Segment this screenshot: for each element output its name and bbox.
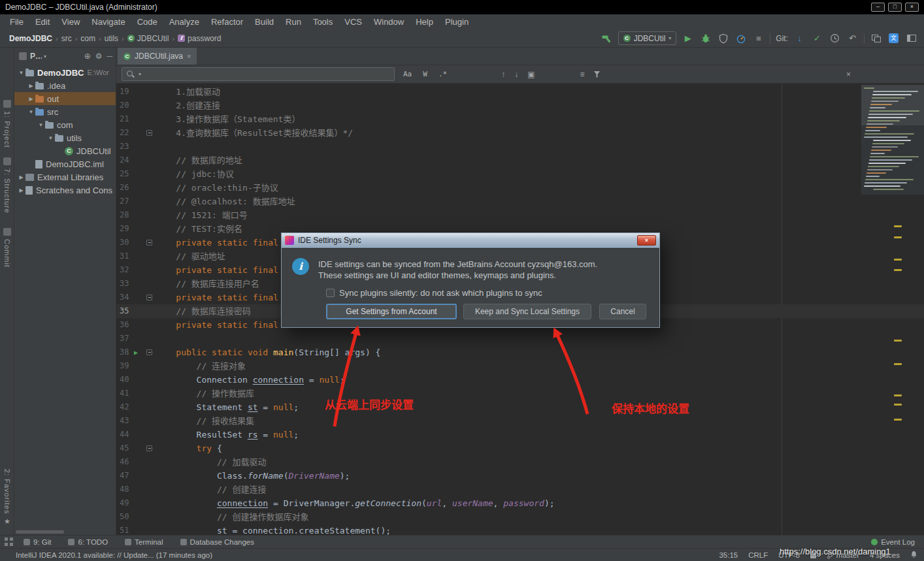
build-hammer-icon[interactable]	[601, 32, 613, 44]
notifications-bell-icon[interactable]	[910, 551, 917, 560]
cancel-button[interactable]: Cancel	[599, 304, 646, 319]
minimap-viewport[interactable]	[861, 85, 924, 125]
code-line-42[interactable]: 42 Statement st = null;	[116, 400, 924, 414]
code-line-41[interactable]: 41 // 操作数据库	[116, 387, 924, 400]
tool-window-button-terminal[interactable]: Terminal	[125, 538, 163, 546]
menu-item-build[interactable]: Build	[249, 14, 280, 29]
tool-stripe-button-1-project[interactable]: 1: Project	[0, 100, 14, 148]
tool-stripe-button-7-structure[interactable]: 7: Structure	[0, 157, 14, 214]
tree-toggle-icon[interactable]: ▼	[37, 122, 45, 128]
tool-window-button-database-changes[interactable]: Database Changes	[180, 538, 254, 546]
tree-toggle-icon[interactable]: ▼	[27, 109, 35, 115]
breadcrumb-item-demojdbc[interactable]: DemoJDBC	[9, 34, 52, 43]
dialog-close-button[interactable]	[637, 235, 656, 246]
filter-lines-icon[interactable]	[580, 70, 584, 79]
code-line-44[interactable]: 44 ResultSet rs = null;	[116, 428, 924, 441]
chevron-down-icon[interactable]	[44, 54, 46, 59]
code-line-27[interactable]: 27 // @localhost: 数据库地址	[116, 195, 924, 208]
menu-item-plugin[interactable]: Plugin	[439, 14, 474, 29]
tool-window-switcher-icon[interactable]	[5, 537, 13, 546]
tree-item-demojdbc[interactable]: ▼DemoJDBCE:\Wor	[14, 66, 116, 79]
search-history-icon[interactable]	[139, 71, 141, 77]
dialog-title-bar[interactable]: IDE Settings Sync	[282, 233, 659, 248]
tree-item-jdbcutil[interactable]: JDBCUtil	[14, 144, 116, 157]
coverage-shield-icon[interactable]	[717, 32, 729, 44]
code-line-43[interactable]: 43 // 接收结果集	[116, 414, 924, 428]
hide-panel-icon[interactable]	[107, 52, 112, 61]
menu-item-navigate[interactable]: Navigate	[86, 14, 131, 29]
code-line-40[interactable]: 40 Connection connection = null;	[116, 373, 924, 387]
fold-marker-icon[interactable]	[146, 349, 152, 355]
select-all-occurrences-icon[interactable]	[527, 70, 535, 79]
tree-toggle-icon[interactable]: ▶	[17, 187, 25, 193]
code-line-39[interactable]: 39 // 连接对象	[116, 359, 924, 373]
menu-item-code[interactable]: Code	[131, 14, 163, 29]
close-tab-icon[interactable]	[187, 52, 191, 60]
run-line-icon[interactable]	[134, 345, 138, 359]
get-settings-from-account-button[interactable]: Get Settings from Account	[326, 304, 457, 319]
previous-occurrence-icon[interactable]	[501, 70, 505, 79]
code-line-38[interactable]: 38 public static void main(String[] args…	[116, 345, 924, 359]
menu-item-window[interactable]: Window	[368, 14, 410, 29]
fold-marker-icon[interactable]	[146, 295, 152, 300]
sync-plugins-checkbox[interactable]	[326, 289, 335, 297]
code-line-22[interactable]: 22 4.查询数据库（ResultSet类接收结果集）*/	[116, 126, 924, 140]
run-configuration-selector[interactable]: JDBCUtil	[618, 31, 677, 45]
compare-icon[interactable]	[870, 32, 882, 44]
tree-toggle-icon[interactable]: ▶	[17, 174, 25, 180]
update-project-button[interactable]	[793, 32, 806, 44]
commit-button[interactable]	[811, 32, 823, 44]
tool-stripe-button-2-favorites[interactable]: 2: Favorites	[0, 469, 14, 526]
fold-marker-icon[interactable]	[146, 240, 152, 246]
menu-item-help[interactable]: Help	[410, 14, 439, 29]
next-occurrence-icon[interactable]	[514, 70, 518, 79]
settings-gear-icon[interactable]	[95, 52, 103, 61]
stop-button[interactable]	[752, 32, 765, 44]
event-log-button[interactable]: Event Log	[871, 538, 915, 546]
tree-toggle-icon[interactable]: ▼	[46, 135, 55, 141]
caret-position[interactable]: 35:15	[719, 551, 738, 559]
breadcrumb-item-com[interactable]: com	[80, 34, 95, 43]
project-panel-title[interactable]: Project	[30, 52, 42, 61]
code-line-23[interactable]: 23	[116, 140, 924, 153]
search-input[interactable]	[122, 67, 395, 81]
debug-bug-icon[interactable]	[699, 32, 712, 44]
run-button[interactable]	[682, 32, 694, 44]
menu-item-run[interactable]: Run	[280, 14, 307, 29]
code-line-19[interactable]: 19 1.加载驱动	[116, 85, 924, 99]
code-line-24[interactable]: 24 // 数据库的地址	[116, 153, 924, 167]
code-line-20[interactable]: 20 2.创建连接	[116, 99, 924, 112]
breadcrumb-item-utils[interactable]: utils	[105, 34, 118, 43]
status-message[interactable]: IntelliJ IDEA 2020.1 available: // Updat…	[16, 551, 212, 559]
tree-item-out[interactable]: ▶out	[14, 92, 116, 105]
tree-toggle-icon[interactable]: ▶	[27, 96, 35, 102]
code-line-37[interactable]: 37	[116, 332, 924, 345]
tree-item-utils[interactable]: ▼utils	[14, 131, 116, 144]
tree-item-scratches-and-cons[interactable]: ▶Scratches and Cons	[14, 184, 116, 197]
close-find-bar-icon[interactable]	[846, 70, 851, 79]
code-line-47[interactable]: 47 Class.forName(DriverName);	[116, 469, 924, 483]
words-toggle[interactable]: W	[420, 69, 430, 80]
keep-and-sync-local-settings-button[interactable]: Keep and Sync Local Settings	[463, 304, 591, 319]
code-line-51[interactable]: 51 st = connection.createStatement();	[116, 524, 924, 535]
code-line-48[interactable]: 48 // 创建连接	[116, 483, 924, 496]
rollback-button[interactable]	[846, 32, 859, 44]
minimize-button[interactable]	[871, 3, 885, 12]
code-line-50[interactable]: 50 // 创建操作数据库对象	[116, 510, 924, 524]
menu-item-vcs[interactable]: VCS	[338, 14, 368, 29]
code-line-45[interactable]: 45 try {	[116, 441, 924, 455]
regex-toggle[interactable]: .*	[436, 69, 450, 80]
close-button[interactable]	[905, 3, 919, 12]
menu-item-edit[interactable]: Edit	[29, 14, 56, 29]
filter-icon[interactable]	[593, 71, 600, 78]
maximize-button[interactable]	[888, 3, 902, 12]
code-line-28[interactable]: 28 // 1521: 端口号	[116, 208, 924, 222]
match-case-toggle[interactable]: Aa	[401, 69, 414, 80]
tool-window-button-9-git[interactable]: 9: Git	[24, 538, 51, 546]
menu-item-analyze[interactable]: Analyze	[163, 14, 205, 29]
menu-item-view[interactable]: View	[56, 14, 86, 29]
tree-item-src[interactable]: ▼src	[14, 105, 116, 118]
menu-item-refactor[interactable]: Refactor	[205, 14, 249, 29]
translate-plugin-button[interactable]	[887, 32, 900, 44]
breadcrumb-item-jdbcutil[interactable]: JDBCUtil	[127, 34, 169, 43]
